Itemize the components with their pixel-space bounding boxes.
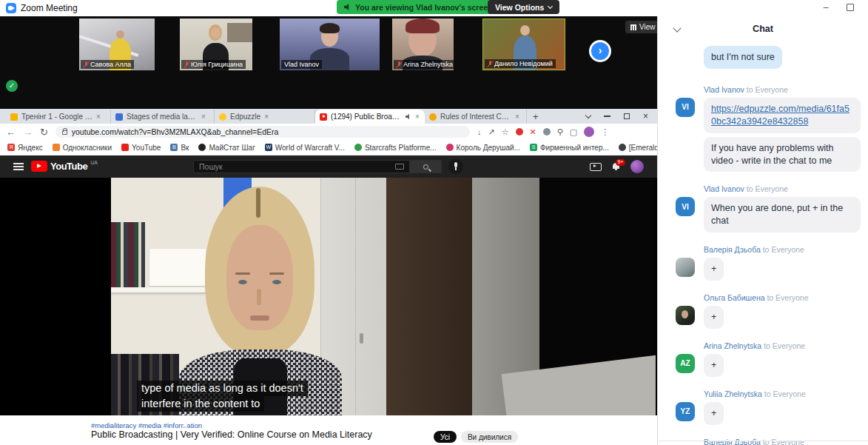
sender-name[interactable]: Arina Zhelnytska (704, 341, 761, 350)
address-bar[interactable] (55, 126, 470, 138)
bookmark-mystat[interactable]: МайСтат Шаг (198, 144, 255, 152)
bookmark-label: World of Warcraft V... (275, 144, 345, 152)
youtube-icon (320, 113, 327, 121)
bookmark-yandex[interactable]: ЯЯндекс (7, 144, 43, 152)
decor (360, 333, 363, 344)
url-input[interactable] (72, 127, 463, 136)
search-field[interactable] (193, 160, 410, 173)
refresh-button[interactable]: ↻ (40, 127, 48, 137)
tab-label: Rules of Interest Convergence 1 (440, 113, 511, 121)
tab-close-icon[interactable]: × (515, 113, 519, 121)
sender-name[interactable]: Ольга Бабишена (704, 293, 765, 302)
tab-close-icon[interactable]: × (96, 113, 101, 121)
bookmark-odnoklassniki[interactable]: Однокласники (53, 144, 112, 152)
youtube-play-icon (31, 161, 47, 172)
tab-search-chevron-icon[interactable] (585, 112, 591, 118)
participant-name-label: Vlad Ivanov (281, 60, 322, 69)
voice-search-button[interactable] (448, 159, 463, 174)
edpuzzle-link[interactable]: https://edpuzzle.com/media/61fa50bc342a3… (711, 104, 850, 127)
recipient-label: to Everyone (747, 184, 788, 193)
chip-all[interactable]: Усі (434, 431, 457, 443)
bookmark-vk[interactable]: BВк (170, 144, 189, 152)
hamburger-menu-icon[interactable] (13, 161, 24, 170)
recipient-label: to Everyone (747, 85, 788, 94)
sender-name[interactable]: Валерія Дзьоба (704, 245, 761, 254)
extension-x-icon[interactable]: ✕ (530, 128, 536, 136)
browser-toolbar: ← → ↻ ↓ ↗ ☆ ✕ ⚲ ▢ ⋮ (0, 124, 657, 140)
browser-close-button[interactable]: × (643, 113, 648, 120)
extension-icon[interactable] (516, 128, 523, 135)
chat-header: Chat (658, 19, 868, 39)
maximize-button[interactable] (847, 4, 854, 11)
download-icon[interactable]: ↓ (477, 128, 482, 136)
tab-close-icon[interactable]: × (201, 113, 206, 121)
decor (406, 19, 440, 33)
bookmark-label: Вк (181, 144, 189, 152)
bookmark-emeraldcubes[interactable]: [EmeraldCubes] (619, 144, 657, 152)
bookmark-starcrafts[interactable]: Starcrafts Platforme... (354, 144, 437, 152)
sender-line: Arina Zhelnytska to Everyone (704, 341, 861, 350)
zoom-meeting-window: Zoom Meeting – You are viewing Vlad Ivan… (0, 0, 868, 445)
bookmark-firmenny[interactable]: SФирменный интер... (530, 144, 609, 152)
bookmark-korol[interactable]: Король Дерушай... (446, 144, 520, 152)
view-options-button[interactable]: View Options (488, 0, 559, 14)
menu-kebab-icon[interactable]: ⋮ (601, 128, 609, 136)
recipient-label: to Everyone (763, 245, 804, 254)
youtube-wordmark: YouTube (50, 161, 87, 172)
minimize-button[interactable]: – (817, 2, 835, 14)
tab-stages-media[interactable]: Stages of media landscape devel × (111, 110, 215, 124)
back-button[interactable]: ← (6, 127, 16, 137)
new-tab-button[interactable]: + (533, 110, 539, 124)
notifications-bell-icon[interactable]: 9+ (612, 163, 620, 171)
bookmark-wow[interactable]: WWorld of Warcraft V... (265, 144, 345, 152)
sender-name[interactable]: Vlad Ivanov (704, 85, 744, 94)
youtube-logo[interactable]: YouTube UA (31, 161, 98, 172)
search-button[interactable] (410, 160, 442, 173)
browser-minimize-button[interactable] (604, 116, 610, 117)
chevron-down-icon (548, 4, 553, 9)
video-player[interactable]: type of media as long as it doesn't inte… (0, 178, 657, 415)
participant-name: Данило Невідомий (494, 60, 553, 67)
encryption-shield-icon[interactable]: ✓ (6, 80, 18, 92)
extensions-puzzle-icon[interactable]: ⚲ (557, 128, 563, 136)
participant-name-label: Данило Невідомий (485, 59, 556, 68)
youtube-search (193, 160, 463, 173)
tab-youtube-active[interactable]: (1294) Public Broadcasting | × (315, 110, 425, 124)
search-icon (423, 164, 428, 170)
search-input[interactable] (199, 162, 391, 171)
tab-edpuzzle[interactable]: Edpuzzle × (215, 110, 315, 124)
avatar-photo (676, 258, 695, 277)
tab-rules-interest[interactable]: Rules of Interest Convergence 1 × (425, 110, 527, 124)
sidebar-icon[interactable]: ▢ (570, 128, 577, 136)
participant-video-yuliia-h[interactable]: Юлія Грицишина (180, 19, 252, 70)
participant-video-arina[interactable]: Arina Zhelnytska (392, 19, 454, 70)
tab-google-slides[interactable]: Тренінг 1 - Google Презентації × (6, 110, 111, 124)
extension-icon[interactable] (543, 128, 551, 135)
bookmark-icon: S (530, 144, 537, 151)
bookmark-star-icon[interactable]: ☆ (502, 128, 509, 136)
bookmark-icon: W (265, 144, 272, 151)
sender-name[interactable]: Yuliia Zhelnytska (704, 389, 762, 398)
view-layout-button[interactable]: View (625, 21, 661, 33)
chip-watched[interactable]: Ви дивилися (461, 431, 518, 443)
participant-video-danylo[interactable]: Данило Невідомий (482, 19, 565, 70)
participant-video-savova[interactable]: Савова Алла (79, 19, 155, 70)
create-video-icon[interactable] (590, 163, 602, 171)
tab-close-icon[interactable]: × (415, 113, 420, 121)
keyboard-icon[interactable] (395, 164, 404, 170)
profile-avatar[interactable] (584, 127, 594, 137)
bookmark-label: [EmeraldCubes] (629, 144, 657, 152)
sender-name[interactable]: Vlad Ivanov (704, 184, 744, 193)
tab-close-icon[interactable]: × (264, 113, 269, 121)
participant-video-vlad[interactable]: Vlad Ivanov (280, 19, 380, 70)
chat-message-group: Vlad Ivanov to Everyone VI When you are … (676, 184, 861, 232)
account-avatar[interactable] (630, 160, 644, 173)
bookmark-youtube[interactable]: YouTube (121, 144, 161, 152)
decor (520, 25, 530, 36)
bookmark-icon: B (170, 144, 178, 151)
browser-restore-button[interactable] (624, 113, 630, 119)
forward-button[interactable]: → (23, 127, 33, 137)
share-icon[interactable]: ↗ (488, 128, 494, 136)
bookmark-label: Король Дерушай... (457, 144, 520, 152)
next-participants-button[interactable]: › (589, 40, 611, 62)
